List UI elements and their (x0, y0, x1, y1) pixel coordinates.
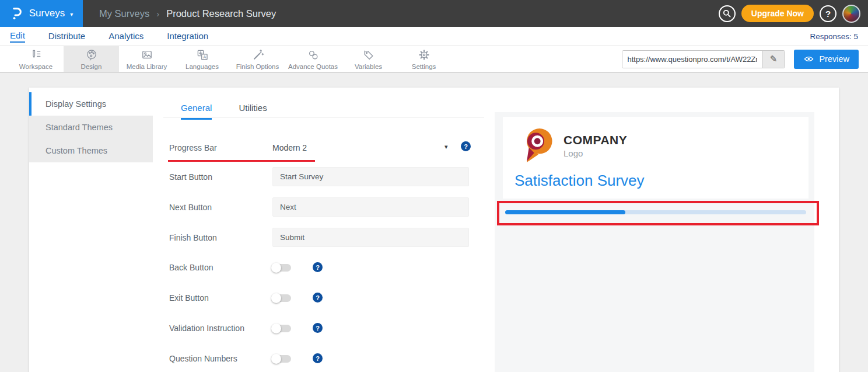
sidebar-item-label: Display Settings (46, 99, 106, 109)
toolbar-item-label: Workspace (19, 63, 52, 70)
start-button-label: Start Button (169, 172, 212, 182)
company-logo-sub: Logo (564, 148, 627, 158)
progress-bar-help-icon[interactable]: ? (461, 141, 471, 151)
survey-url-input[interactable] (622, 51, 761, 68)
responses-count[interactable]: Responses: 5 (810, 32, 858, 41)
company-logo: COMPANY Logo (522, 126, 627, 165)
search-icon (722, 9, 732, 18)
breadcrumb-current: Product Research Survey (166, 8, 276, 19)
validation-instruction-label: Validation Instruction (169, 324, 244, 333)
toolbar-item-advance-quotas[interactable]: Advance Quotas (285, 46, 341, 72)
pencil-icon: ✎ (770, 54, 778, 64)
breadcrumb-separator: › (156, 9, 159, 19)
preview-button[interactable]: Preview (794, 50, 859, 69)
product-switcher[interactable]: Surveys ▾ (0, 0, 83, 27)
start-button-input[interactable] (272, 167, 469, 186)
finish-options-icon (251, 48, 265, 61)
tab-analytics[interactable]: Analytics (108, 31, 144, 42)
topnav-actions: Upgrade Now ? (719, 5, 860, 23)
toolbar-item-label: Settings (412, 63, 436, 70)
exit-button-row: Exit Button ? (169, 290, 477, 306)
sidebar-item-custom-themes[interactable]: Custom Themes (29, 139, 153, 162)
toolbar-item-label: Advance Quotas (288, 63, 338, 70)
survey-progress-bar (505, 210, 806, 214)
back-button-toggle[interactable] (272, 264, 291, 272)
top-navbar: Surveys ▾ My Surveys › Product Research … (0, 0, 868, 27)
sidebar-item-label: Standard Themes (46, 123, 113, 132)
settings-icon (417, 48, 431, 61)
breadcrumb-parent[interactable]: My Surveys (99, 8, 149, 19)
avatar[interactable] (842, 5, 860, 23)
back-button-row: Back Button ? (169, 259, 477, 276)
toolbar-item-media-library[interactable]: Media Library (119, 46, 174, 72)
back-button-help-icon[interactable]: ? (313, 262, 323, 272)
survey-url-box: ✎ (622, 50, 785, 68)
toggle-knob (271, 354, 281, 364)
edit-url-button[interactable]: ✎ (762, 51, 785, 68)
start-button-row: Start Button (169, 167, 477, 186)
eye-icon (803, 55, 814, 63)
exit-button-label: Exit Button (169, 293, 209, 303)
progress-bar-setting-row: Progress Bar Modern 2 ▾ ? (169, 139, 477, 158)
brand-label: Surveys (29, 8, 65, 19)
toolbar-item-label: Finish Options (236, 63, 279, 70)
survey-preview-header: COMPANY Logo Satisfaction Survey (503, 117, 808, 199)
toolbar-item-workspace[interactable]: Workspace (8, 46, 64, 72)
tab-integration[interactable]: Integration (167, 31, 208, 42)
toolbar-item-design[interactable]: Design (64, 46, 119, 72)
media-library-icon (140, 48, 154, 61)
languages-icon: A (195, 48, 209, 61)
workspace-icon (29, 48, 43, 61)
toolbar-item-variables[interactable]: Variables (341, 46, 396, 72)
design-card: Display Settings Standard Themes Custom … (29, 88, 839, 372)
question-numbers-row: Question Numbers ? (169, 350, 477, 367)
survey-progress-fill (505, 210, 625, 214)
company-name: COMPANY (564, 133, 627, 147)
variables-icon (362, 48, 376, 61)
search-button[interactable] (719, 5, 736, 22)
finish-button-input[interactable] (272, 228, 469, 247)
toolbar-item-settings[interactable]: Settings (396, 46, 452, 72)
question-numbers-toggle[interactable] (272, 355, 291, 363)
chevron-down-icon[interactable]: ▾ (444, 143, 448, 151)
sidebar-item-label: Custom Themes (46, 146, 107, 155)
validation-instruction-toggle[interactable] (272, 325, 291, 332)
next-button-row: Next Button (169, 197, 477, 217)
help-button[interactable]: ? (820, 5, 836, 22)
help-icon: ? (825, 9, 831, 19)
advance-quotas-icon (306, 48, 320, 61)
questionpro-logo-icon (10, 5, 24, 22)
red-annotation-underline (168, 160, 315, 162)
back-button-label: Back Button (169, 263, 214, 272)
toggle-knob (271, 293, 281, 303)
toolbar-item-label: Media Library (127, 63, 167, 70)
survey-title: Satisfaction Survey (514, 172, 645, 190)
toolbar-right: ✎ Preview (622, 46, 859, 72)
toolbar-item-finish-options[interactable]: Finish Options (230, 46, 285, 72)
edit-toolbar: Workspace Design Media Library A Languag… (0, 46, 868, 73)
exit-button-toggle[interactable] (272, 294, 291, 302)
question-numbers-label: Question Numbers (169, 354, 237, 363)
validation-instruction-help-icon[interactable]: ? (313, 323, 323, 333)
sidebar-item-display-settings[interactable]: Display Settings (29, 92, 153, 116)
next-button-input[interactable] (272, 197, 469, 217)
content-area: Display Settings Standard Themes Custom … (0, 73, 868, 372)
toolbar-item-label: Languages (186, 63, 219, 70)
survey-preview-panel: COMPANY Logo Satisfaction Survey * Do yo… (495, 112, 814, 372)
toolbar-item-label: Design (81, 63, 102, 70)
sidebar-item-standard-themes[interactable]: Standard Themes (29, 116, 153, 139)
finish-button-row: Finish Button (169, 228, 477, 247)
finish-button-label: Finish Button (169, 233, 217, 242)
next-button-label: Next Button (169, 203, 212, 212)
upgrade-now-button[interactable]: Upgrade Now (741, 5, 814, 22)
exit-button-help-icon[interactable]: ? (313, 293, 323, 303)
tab-distribute[interactable]: Distribute (48, 31, 85, 42)
breadcrumb: My Surveys › Product Research Survey (99, 8, 276, 19)
question-numbers-help-icon[interactable]: ? (313, 353, 323, 363)
tab-edit[interactable]: Edit (10, 30, 25, 43)
company-logo-text: COMPANY Logo (564, 133, 627, 158)
progress-bar-label: Progress Bar (169, 143, 217, 152)
toolbar-item-languages[interactable]: A Languages (174, 46, 230, 72)
design-sidebar: Display Settings Standard Themes Custom … (29, 92, 153, 162)
progress-bar-dropdown-value[interactable]: Modern 2 (272, 143, 307, 152)
